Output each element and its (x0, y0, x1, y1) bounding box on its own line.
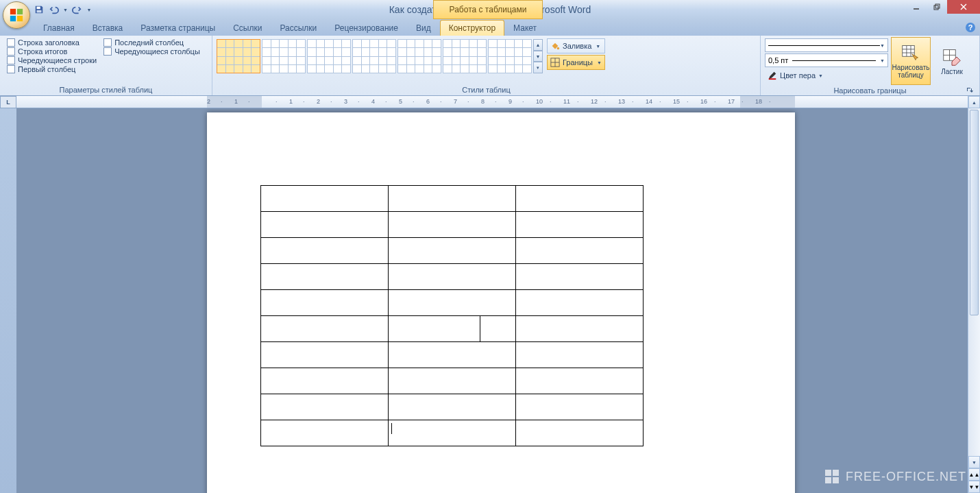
svg-rect-17 (769, 78, 776, 80)
ruler-corner[interactable]: L (0, 96, 16, 108)
undo-button[interactable] (48, 3, 60, 16)
tab-page-layout[interactable]: Разметка страницы (132, 20, 224, 36)
office-button[interactable] (3, 1, 30, 29)
table-cell[interactable] (516, 342, 644, 368)
svg-rect-29 (833, 477, 839, 483)
svg-rect-26 (825, 470, 831, 476)
check-banded-rows[interactable]: Чередующиеся строки (7, 56, 97, 64)
group-draw-borders: ▼ 0,5 пт▼ Цвет пера▼ Нарисовать таблицу … (761, 36, 980, 95)
close-button[interactable] (947, 0, 980, 14)
help-icon[interactable]: ? (965, 22, 976, 33)
table-cell[interactable] (389, 368, 516, 394)
line-style-combo[interactable]: ▼ (765, 38, 888, 52)
table-cell[interactable] (261, 186, 389, 212)
tab-insert[interactable]: Вставка (84, 20, 132, 36)
save-button[interactable] (33, 3, 45, 16)
check-header-row[interactable]: Строка заголовка (7, 38, 97, 47)
group-table-styles: ▲ ▼ ▾ Заливка▼ Границы▼ Стили таблиц (212, 36, 761, 95)
gallery-scroll-down[interactable]: ▼ (533, 51, 543, 62)
draw-table-button[interactable]: Нарисовать таблицу (891, 37, 931, 85)
svg-rect-0 (10, 9, 16, 14)
table-cell[interactable] (516, 316, 644, 342)
tab-mailings[interactable]: Рассылки (271, 20, 326, 36)
pen-color-button[interactable]: Цвет пера▼ (765, 69, 888, 82)
table-cell[interactable] (261, 316, 389, 342)
borders-button[interactable]: Границы▼ (547, 55, 605, 70)
table-cell[interactable] (389, 394, 516, 420)
table-cell[interactable] (261, 420, 389, 446)
check-first-column[interactable]: Первый столбец (7, 65, 97, 73)
table-cell[interactable] (261, 290, 389, 316)
tab-home[interactable]: Главная (34, 20, 84, 36)
tab-layout[interactable]: Макет (504, 20, 546, 36)
dialog-launcher-icon[interactable] (966, 86, 974, 95)
table-cell[interactable] (516, 186, 644, 212)
table-cell[interactable] (516, 290, 644, 316)
gallery-more[interactable]: ▾ (533, 62, 543, 73)
line-weight-combo[interactable]: 0,5 пт▼ (765, 53, 888, 67)
svg-rect-27 (833, 470, 839, 476)
table-style-thumb[interactable] (352, 39, 396, 73)
horizontal-ruler[interactable]: 2·1··1·2·3·4·5·6·7·8·9·10·11·12·13·14·15… (16, 96, 980, 108)
qat-customize-dropdown[interactable]: ▼ (86, 3, 93, 16)
table-cell[interactable] (516, 238, 644, 264)
table-cell[interactable] (389, 290, 516, 316)
restore-button[interactable] (927, 0, 947, 14)
table-style-thumb[interactable] (262, 39, 306, 73)
svg-rect-4 (37, 7, 40, 10)
table-cell[interactable] (261, 368, 389, 394)
scroll-up-button[interactable]: ▲ (968, 96, 980, 108)
table-cell[interactable] (516, 264, 644, 290)
scroll-down-button[interactable]: ▼ (968, 456, 980, 468)
watermark: FREE-OFFICE.NET (824, 468, 966, 485)
undo-dropdown-icon[interactable]: ▼ (63, 8, 68, 12)
table-cell[interactable] (389, 316, 516, 342)
table-cell[interactable] (261, 264, 389, 290)
table-cell[interactable] (261, 238, 389, 264)
table-cell[interactable] (261, 394, 389, 420)
next-page-button[interactable]: ▼▼ (968, 481, 980, 493)
table-style-thumb[interactable] (443, 39, 487, 73)
document-area[interactable] (16, 108, 980, 493)
table-cell[interactable] (389, 420, 516, 446)
shading-button[interactable]: Заливка▼ (547, 38, 605, 53)
table-cell[interactable] (516, 368, 644, 394)
table-cell[interactable] (516, 212, 644, 238)
check-banded-columns[interactable]: Чередующиеся столбцы (103, 47, 200, 56)
table-cell[interactable] (389, 264, 516, 290)
check-last-column[interactable]: Последний столбец (103, 38, 200, 47)
minimize-button[interactable] (906, 0, 927, 14)
windows-icon (824, 468, 840, 485)
table-cell[interactable] (261, 212, 389, 238)
table-cell[interactable] (389, 342, 516, 368)
table-cell[interactable] (516, 394, 644, 420)
table-cell[interactable] (516, 420, 644, 446)
tab-review[interactable]: Рецензирование (326, 20, 407, 36)
group-label-style-options: Параметры стилей таблиц (3, 84, 209, 95)
tab-view[interactable]: Вид (407, 20, 440, 36)
svg-rect-2 (10, 16, 16, 21)
check-total-row[interactable]: Строка итогов (7, 47, 97, 56)
scroll-thumb[interactable] (970, 110, 979, 315)
document-table[interactable] (260, 185, 644, 446)
window-controls (906, 0, 980, 14)
eraser-button[interactable]: Ластик (932, 37, 972, 85)
table-cell[interactable] (389, 186, 516, 212)
group-label-table-styles: Стили таблиц (215, 84, 757, 95)
prev-page-button[interactable]: ▲▲ (968, 468, 980, 481)
table-cell[interactable] (261, 342, 389, 368)
table-style-thumb[interactable] (307, 39, 351, 73)
pen-icon (768, 71, 777, 80)
table-style-thumb[interactable] (397, 39, 441, 73)
table-cell[interactable] (389, 238, 516, 264)
svg-text:?: ? (968, 23, 973, 32)
table-styles-gallery: ▲ ▼ ▾ (215, 37, 544, 75)
table-style-thumb[interactable] (488, 39, 532, 73)
gallery-scroll-up[interactable]: ▲ (533, 39, 543, 51)
tab-design[interactable]: Конструктор (440, 20, 504, 36)
vertical-scrollbar[interactable]: ▲ ▼ ▲▲ ▼▼ (968, 96, 980, 493)
tab-references[interactable]: Ссылки (224, 20, 271, 36)
table-style-thumb[interactable] (217, 39, 260, 73)
table-cell[interactable] (389, 212, 516, 238)
redo-button[interactable] (71, 3, 83, 16)
